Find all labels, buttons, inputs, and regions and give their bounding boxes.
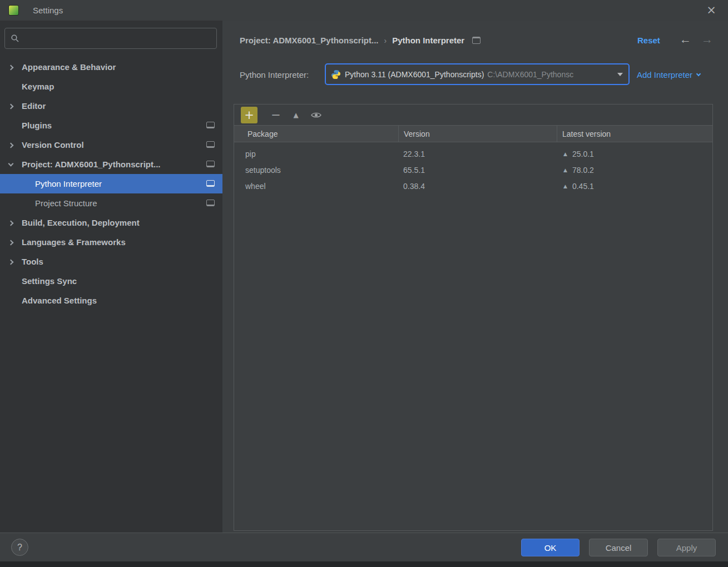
- chevron-right-icon: [9, 65, 22, 69]
- project-scope-icon: [206, 141, 215, 148]
- interpreter-label: Python Interpreter:: [240, 70, 309, 79]
- sidebar-item-tools[interactable]: Tools: [0, 252, 222, 271]
- chevron-right-icon: [9, 143, 22, 147]
- sidebar-item-label: Languages & Frameworks: [22, 237, 126, 247]
- project-scope-icon: [206, 161, 215, 167]
- chevron-down-icon: [9, 163, 22, 166]
- package-latest-version: 78.0.2: [572, 166, 594, 175]
- chevron-right-icon: [9, 240, 22, 245]
- show-early-releases-icon[interactable]: [309, 111, 323, 119]
- dialog-footer: ? OK Cancel Apply: [0, 533, 728, 561]
- sidebar-item-advanced-settings[interactable]: Advanced Settings: [0, 291, 222, 310]
- package-latest-version: 25.0.1: [572, 150, 594, 158]
- chevron-down-icon: [696, 72, 701, 76]
- settings-app-icon: [8, 5, 19, 16]
- sidebar-item-label: Appearance & Behavior: [22, 62, 116, 72]
- sidebar-item-label: Project Structure: [35, 198, 97, 208]
- sidebar-item-label: Settings Sync: [22, 276, 77, 286]
- sidebar-item-version-control[interactable]: Version Control: [0, 135, 222, 155]
- project-scope-icon: [206, 180, 215, 187]
- sidebar-item-label: Plugins: [22, 121, 52, 130]
- package-latest-version: 0.45.1: [572, 182, 594, 191]
- package-name: wheel: [234, 182, 398, 191]
- package-version: 0.38.4: [398, 182, 557, 191]
- sidebar-item-label: Keymap: [22, 82, 54, 91]
- add-package-icon[interactable]: +: [241, 107, 257, 123]
- sidebar-item-project-structure[interactable]: Project Structure: [0, 193, 222, 213]
- column-header-latest-version[interactable]: Latest version: [557, 126, 712, 142]
- sidebar-item-project[interactable]: Project: ADMX6001_Pythonscript...: [0, 155, 222, 174]
- sidebar-item-settings-sync[interactable]: Settings Sync: [0, 271, 222, 291]
- sidebar-item-python-interpreter[interactable]: Python Interpreter: [0, 174, 222, 193]
- sidebar-item-label: Editor: [22, 101, 46, 111]
- back-arrow-icon[interactable]: ←: [680, 33, 691, 46]
- upgrade-arrow-icon: ▲: [563, 183, 567, 189]
- packages-table-body: pip 22.3.1 ▲ 25.0.1 setuptools 65.5.1 ▲ …: [234, 142, 712, 194]
- settings-search-input[interactable]: [24, 34, 216, 43]
- package-version: 65.5.1: [398, 166, 557, 175]
- breadcrumb-separator: ›: [384, 36, 387, 45]
- package-latest-cell: ▲ 0.45.1: [557, 182, 712, 191]
- packages-table-header: Package Version Latest version: [234, 125, 712, 142]
- add-interpreter-button[interactable]: Add Interpreter: [637, 70, 700, 79]
- forward-arrow-icon[interactable]: →: [701, 33, 713, 46]
- sidebar-item-keymap[interactable]: Keymap: [0, 77, 222, 96]
- chevron-right-icon: [9, 104, 22, 108]
- breadcrumb: Project: ADMX6001_Pythonscript... › Pyth…: [240, 36, 481, 45]
- reset-button[interactable]: Reset: [637, 36, 660, 45]
- sidebar-item-languages-frameworks[interactable]: Languages & Frameworks: [0, 232, 222, 252]
- project-scope-icon: [206, 200, 215, 206]
- package-latest-cell: ▲ 78.0.2: [557, 166, 712, 175]
- upgrade-package-icon[interactable]: ▲: [290, 111, 302, 119]
- table-row-wheel[interactable]: wheel 0.38.4 ▲ 0.45.1: [234, 178, 712, 194]
- column-header-version[interactable]: Version: [398, 126, 557, 142]
- packages-panel: + − ▲ Package Version Latest version pip…: [234, 104, 713, 531]
- table-row-setuptools[interactable]: setuptools 65.5.1 ▲ 78.0.2: [234, 162, 712, 178]
- package-name: setuptools: [234, 166, 398, 175]
- chevron-down-icon: [617, 73, 623, 76]
- close-icon[interactable]: ×: [704, 2, 719, 18]
- search-icon: [11, 34, 19, 43]
- sidebar-item-appearance-behavior[interactable]: Appearance & Behavior: [0, 57, 222, 77]
- sidebar-item-label: Advanced Settings: [22, 296, 97, 305]
- upgrade-arrow-icon: ▲: [563, 167, 567, 173]
- sidebar-item-label: Build, Execution, Deployment: [22, 218, 140, 227]
- sidebar-item-label: Version Control: [22, 140, 84, 150]
- sidebar-item-label: Tools: [22, 257, 43, 266]
- table-row-pip[interactable]: pip 22.3.1 ▲ 25.0.1: [234, 146, 712, 162]
- interpreter-value: Python 3.11 (ADMX6001_Pythonscripts): [345, 70, 484, 79]
- chevron-right-icon: [9, 221, 22, 225]
- project-scope-icon: [206, 122, 215, 128]
- sidebar-item-build-execution-deployment[interactable]: Build, Execution, Deployment: [0, 213, 222, 232]
- remove-package-icon[interactable]: −: [270, 108, 282, 122]
- ok-button[interactable]: OK: [521, 539, 580, 556]
- breadcrumb-project[interactable]: Project: ADMX6001_Pythonscript...: [240, 36, 379, 45]
- column-header-package[interactable]: Package: [234, 130, 398, 138]
- title-bar: Settings ×: [0, 0, 728, 21]
- settings-search-box[interactable]: [4, 28, 217, 49]
- package-version: 22.3.1: [398, 150, 557, 158]
- breadcrumb-icon: [472, 37, 481, 44]
- package-name: pip: [234, 150, 398, 158]
- apply-button[interactable]: Apply: [657, 539, 716, 556]
- packages-toolbar: + − ▲: [234, 105, 712, 125]
- sidebar-item-editor[interactable]: Editor: [0, 96, 222, 116]
- sidebar-item-plugins[interactable]: Plugins: [0, 116, 222, 135]
- sidebar-item-label: Python Interpreter: [35, 179, 102, 188]
- upgrade-arrow-icon: ▲: [563, 151, 567, 157]
- chevron-right-icon: [9, 260, 22, 264]
- sidebar-item-label: Project: ADMX6001_Pythonscript...: [22, 160, 161, 169]
- window-bottom-edge: [0, 561, 728, 567]
- interpreter-path: C:\ADMX6001_Pythonsc: [487, 70, 573, 79]
- interpreter-dropdown[interactable]: Python 3.11 (ADMX6001_Pythonscripts) C:\…: [325, 63, 630, 85]
- help-icon[interactable]: ?: [11, 539, 28, 556]
- window-title: Settings: [33, 6, 63, 15]
- package-latest-cell: ▲ 25.0.1: [557, 150, 712, 158]
- cancel-button[interactable]: Cancel: [589, 539, 648, 556]
- python-logo-icon: [331, 69, 341, 79]
- settings-tree: Appearance & Behavior Keymap Editor Plug…: [0, 57, 222, 310]
- settings-sidebar: Appearance & Behavior Keymap Editor Plug…: [0, 21, 222, 533]
- breadcrumb-python-interpreter: Python Interpreter: [392, 36, 464, 45]
- add-interpreter-label: Add Interpreter: [637, 70, 692, 79]
